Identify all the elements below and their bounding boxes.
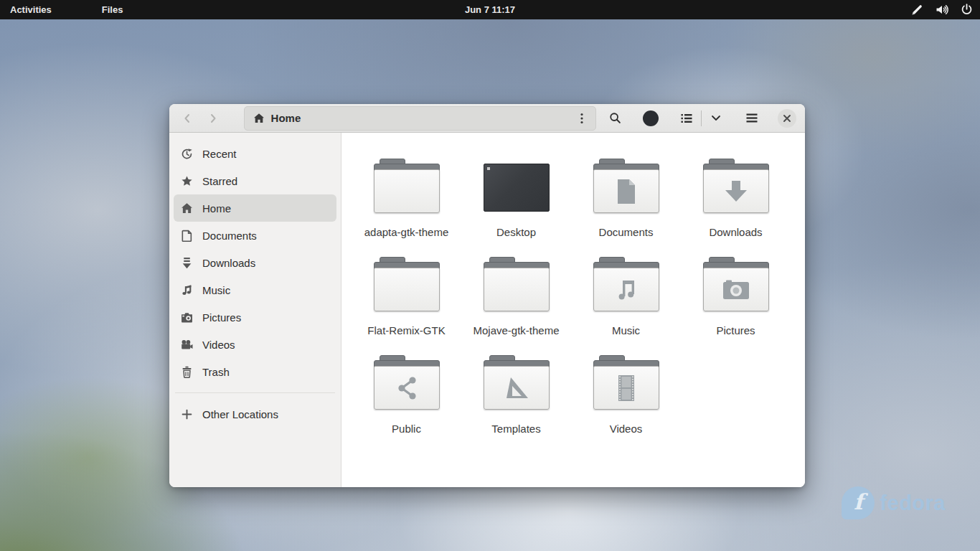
fedora-logo-icon: f (842, 486, 875, 519)
clock-button[interactable]: Jun 7 11:17 (465, 4, 515, 15)
file-item[interactable]: Templates (461, 355, 571, 435)
sidebar-item-label: Documents (202, 230, 257, 242)
file-item[interactable]: Pictures (681, 257, 791, 336)
file-item[interactable]: Videos (571, 355, 681, 435)
search-button[interactable] (605, 108, 625, 128)
folder-music-icon (593, 257, 659, 313)
file-item[interactable]: Mojave-gtk-theme (461, 257, 571, 336)
system-status-area[interactable] (911, 4, 973, 16)
headerbar: Home (169, 104, 805, 133)
file-view[interactable]: adapta-gtk-theme Desktop (341, 133, 805, 487)
folder-templates-icon (484, 355, 550, 411)
file-item[interactable]: Downloads (681, 159, 791, 238)
record-circle-icon (643, 110, 659, 126)
file-name: Videos (610, 423, 643, 435)
folder-downloads-icon (703, 159, 769, 215)
file-name: Flat-Remix-GTK (367, 324, 445, 336)
folder-icon (374, 257, 440, 313)
file-item[interactable]: Music (571, 257, 681, 336)
sidebar-item-pictures[interactable]: Pictures (174, 303, 336, 331)
close-button[interactable] (778, 109, 796, 128)
sidebar-item-home[interactable]: Home (174, 194, 336, 222)
sidebar-item-documents[interactable]: Documents (174, 222, 336, 249)
view-toggle-group (677, 108, 726, 128)
file-name: Downloads (709, 226, 762, 238)
divider (701, 110, 702, 126)
plus-icon (181, 409, 193, 420)
file-name: Pictures (716, 324, 755, 336)
close-icon (783, 114, 791, 123)
sidebar-item-trash[interactable]: Trash (174, 358, 336, 385)
folder-share-icon (374, 355, 440, 411)
file-name: Desktop (496, 226, 536, 238)
fedora-wordmark: fedora (880, 491, 946, 515)
activities-button[interactable]: Activities (7, 4, 55, 15)
input-pen-icon (911, 4, 923, 16)
volume-icon (936, 4, 948, 16)
trash-icon (181, 366, 193, 378)
sidebar-item-label: Pictures (202, 311, 241, 324)
desktop-preview-icon (484, 159, 550, 215)
sidebar-separator (175, 392, 335, 393)
file-item[interactable]: Documents (571, 159, 681, 238)
sidebar-item-label: Home (202, 202, 231, 215)
file-name: Documents (599, 226, 654, 238)
sidebar-item-other-locations[interactable]: Other Locations (174, 400, 336, 428)
file-name: Templates (491, 423, 540, 435)
home-icon (253, 113, 265, 124)
files-window: Home (169, 104, 805, 487)
sidebar-item-videos[interactable]: Videos (174, 331, 336, 358)
chevron-left-icon (182, 113, 193, 124)
sidebar-item-starred[interactable]: Starred (174, 167, 336, 194)
main-menu-button[interactable] (742, 108, 762, 128)
fedora-watermark: f fedora (842, 486, 946, 519)
sidebar-item-recent[interactable]: Recent (174, 140, 336, 167)
power-icon (961, 4, 973, 16)
home-icon (181, 202, 193, 215)
chevron-down-icon (711, 115, 721, 121)
sidebar-item-label: Music (202, 284, 230, 296)
sidebar-item-music[interactable]: Music (174, 276, 336, 303)
record-indicator-button[interactable] (641, 108, 661, 128)
file-item[interactable]: adapta-gtk-theme (352, 159, 461, 238)
hamburger-menu-icon (746, 113, 758, 123)
gnome-top-bar: Activities Files Jun 7 11:17 (0, 0, 980, 19)
file-name: adapta-gtk-theme (364, 226, 449, 238)
camera-icon (181, 312, 193, 323)
list-view-icon (681, 113, 692, 123)
folder-icon (374, 159, 440, 215)
kebab-menu-icon (580, 113, 583, 124)
search-icon (609, 112, 621, 124)
sidebar-item-label: Trash (202, 366, 230, 378)
current-location-label: Home (271, 112, 301, 124)
sidebar-item-label: Starred (202, 175, 237, 187)
view-options-button[interactable] (706, 108, 726, 128)
app-menu-button[interactable]: Files (99, 4, 126, 15)
sidebar-item-downloads[interactable]: Downloads (174, 249, 336, 276)
back-button[interactable] (178, 108, 197, 128)
sidebar-item-label: Other Locations (202, 408, 278, 420)
video-camera-icon (181, 339, 193, 350)
forward-button[interactable] (204, 108, 222, 128)
folder-pictures-icon (703, 257, 769, 313)
file-item[interactable]: Desktop (461, 159, 571, 238)
file-name: Mojave-gtk-theme (473, 324, 559, 336)
chevron-right-icon (207, 113, 219, 124)
download-icon (181, 257, 193, 269)
sidebar-item-label: Videos (202, 339, 235, 351)
path-bar[interactable]: Home (244, 106, 596, 131)
star-icon (181, 175, 193, 187)
sidebar-item-label: Recent (202, 148, 237, 160)
file-name: Public (392, 423, 421, 435)
folder-videos-icon (593, 355, 659, 411)
desktop-wallpaper: Activities Files Jun 7 11:17 (0, 0, 980, 551)
sidebar-item-label: Downloads (202, 257, 255, 269)
file-item[interactable]: Flat-Remix-GTK (352, 257, 461, 336)
fedora-logo-letter: f (854, 491, 863, 513)
music-note-icon (181, 284, 193, 296)
location-menu-button[interactable] (571, 108, 593, 128)
file-name: Music (612, 324, 640, 336)
list-view-button[interactable] (677, 108, 697, 128)
recent-icon (181, 148, 193, 160)
file-item[interactable]: Public (352, 355, 461, 435)
